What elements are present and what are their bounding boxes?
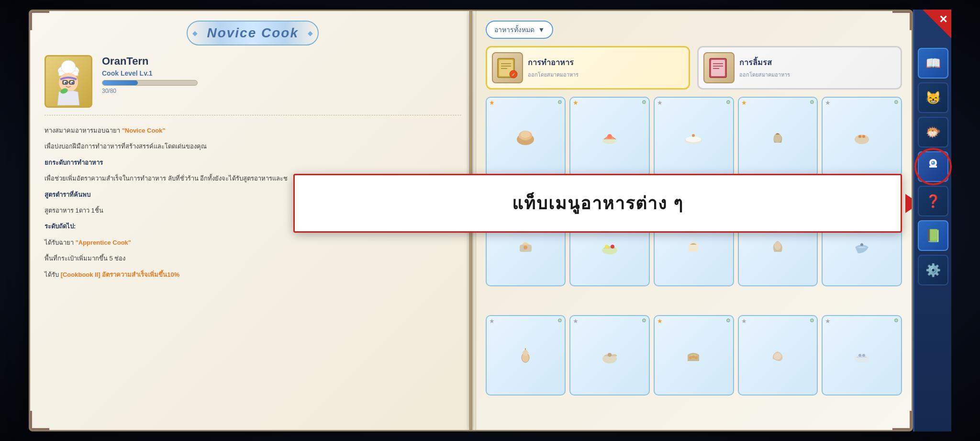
svg-point-50 (774, 353, 781, 360)
gear-icon-2: ⚙ (642, 99, 646, 105)
gear-icon-12: ⚙ (642, 317, 646, 324)
gear-icon-11: ⚙ (557, 317, 562, 324)
sidebar-btn-settings[interactable]: ⚙️ (918, 255, 948, 285)
star-icon-5: ★ (825, 99, 831, 106)
cat-icon: 😸 (925, 90, 941, 105)
settings-icon: ⚙️ (925, 263, 941, 278)
svg-point-47 (689, 356, 692, 359)
sidebar-btn-book[interactable]: 📖 (918, 48, 948, 79)
exp-bar-fill (102, 80, 138, 85)
gear-icon-4: ⚙ (810, 99, 814, 105)
food-item-5[interactable]: ★ ⚙ (822, 97, 902, 177)
category-taste[interactable]: การลิ้มรส ออกโดยสมาคมอาหาร (697, 46, 902, 90)
star-icon-11: ★ (489, 317, 495, 325)
svg-point-58 (932, 162, 933, 163)
category-taste-name: การลิ้มรส (739, 57, 790, 68)
svg-point-30 (686, 136, 701, 142)
svg-point-7 (71, 82, 73, 84)
svg-point-31 (692, 134, 695, 137)
svg-point-48 (692, 355, 695, 358)
ornament-br (892, 411, 912, 430)
ornament-tr (892, 11, 912, 30)
food-item-4[interactable]: ★ ⚙ (738, 97, 818, 177)
svg-point-41 (774, 241, 781, 250)
food-item-13[interactable]: ★ ⚙ (654, 315, 734, 396)
avatar (45, 55, 92, 108)
filter-label: อาหารทั้งหมด (494, 24, 535, 35)
food-grid: ★ ⚙ ★ ⚙ ★ ⚙ ★ ⚙ (486, 97, 902, 420)
star-icon-1: ★ (489, 99, 495, 106)
gear-icon-5: ⚙ (894, 99, 899, 105)
character-section: OranTern Cook Level Lv.1 30/80 (45, 55, 461, 115)
sidebar: ✕ 📖 😸 🐡 (913, 10, 951, 431)
sidebar-btn-fish[interactable]: 🐡 (918, 117, 948, 147)
svg-point-26 (521, 131, 530, 138)
food-item-14[interactable]: ★ ⚙ (738, 315, 818, 396)
intro-text: ทางสมาคมอาหารมอบฉายา "Novice Cook" (45, 125, 461, 136)
star-icon-15: ★ (825, 317, 831, 325)
svg-rect-20 (711, 60, 725, 76)
svg-point-28 (607, 134, 612, 139)
food-item-11[interactable]: ★ ⚙ (486, 315, 566, 396)
svg-point-2 (61, 60, 76, 74)
category-taste-info: การลิ้มรส ออกโดยสมาคมอาหาร (739, 57, 790, 79)
category-cooking-name: การทำอาหาร (528, 57, 579, 68)
svg-point-42 (860, 243, 863, 246)
star-icon-12: ★ (573, 317, 579, 325)
gear-icon-14: ⚙ (810, 317, 814, 324)
svg-point-37 (523, 246, 527, 249)
food-item-3[interactable]: ★ ⚙ (654, 97, 734, 177)
cook-level-label: Cook Level Lv.1 (102, 69, 461, 77)
right-page: อาหารทั้งหมด ▼ ✓ (476, 11, 912, 430)
sidebar-btn-quest[interactable]: ❓ (918, 186, 948, 216)
categories-row: ✓ การทำอาหาร ออกโดยสมาคมอาหาร (486, 46, 902, 90)
tooltip-overlay: แท็บเมนูอาหารต่าง ๆ (293, 174, 902, 233)
gear-icon-1: ⚙ (557, 99, 562, 105)
svg-rect-55 (929, 166, 937, 168)
upgrade-title: ยกระดับการทำอาหาร (45, 157, 461, 168)
description-section: ทางสมาคมอาหารมอบฉายา "Novice Cook" เพื่อ… (45, 125, 461, 416)
svg-point-39 (605, 245, 609, 249)
svg-point-6 (65, 82, 67, 84)
exp-bar-container (102, 80, 198, 86)
ornament-bl (30, 411, 49, 430)
book-icon: 📖 (925, 56, 941, 71)
character-name: OranTern (102, 55, 461, 68)
svg-text:✓: ✓ (512, 72, 515, 77)
benefit1: พื้นที่กระเป๋าเพิ่มมากขึ้น 5 ช่อง (45, 253, 461, 264)
svg-point-49 (695, 356, 698, 359)
tooltip-arrow (905, 194, 913, 213)
sidebar-btn-recipes[interactable]: 📗 (918, 220, 948, 251)
svg-point-35 (862, 135, 865, 138)
cooking-book-icon: ✓ (492, 52, 523, 83)
close-button[interactable]: ✕ (923, 10, 951, 38)
sidebar-btn-cook-wrapper (918, 151, 948, 182)
food-item-15[interactable]: ★ ⚙ (822, 315, 902, 396)
svg-point-53 (862, 354, 865, 357)
tooltip-text: แท็บเมนูอาหารต่าง ๆ (512, 190, 683, 217)
filter-dropdown[interactable]: อาหารทั้งหมด ▼ (486, 21, 554, 39)
sidebar-btn-cook[interactable] (918, 151, 948, 182)
page-title: Novice Cook (207, 25, 299, 40)
title-banner: Novice Cook (45, 21, 461, 45)
svg-point-40 (611, 245, 614, 249)
benefit2: ได้รับ [Cookbook II] อัตราความสำเร็จเพิ่… (45, 269, 461, 280)
star-icon-3: ★ (657, 99, 663, 106)
taste-book-icon (703, 52, 735, 83)
gear-icon-13: ⚙ (726, 317, 731, 324)
exp-text: 30/80 (102, 88, 461, 94)
star-icon-4: ★ (741, 99, 747, 106)
food-item-1[interactable]: ★ ⚙ (486, 97, 566, 177)
intro-text2: เพื่อบ่งบอกฝีมือการทำอาหารที่สร้างสรรค์แ… (45, 141, 461, 152)
fish-icon: 🐡 (925, 125, 941, 140)
gear-icon-15: ⚙ (894, 317, 899, 324)
category-cooking[interactable]: ✓ การทำอาหาร ออกโดยสมาคมอาหาร (486, 46, 690, 90)
filter-arrow: ▼ (538, 26, 545, 34)
star-icon-14: ★ (741, 317, 747, 325)
category-taste-sub: ออกโดยสมาคมอาหาร (739, 70, 790, 79)
food-item-12[interactable]: ★ ⚙ (569, 315, 650, 396)
svg-point-46 (608, 353, 612, 357)
food-item-2[interactable]: ★ ⚙ (569, 97, 650, 177)
sidebar-btn-cat[interactable]: 😸 (918, 82, 948, 113)
ornament-tl (30, 11, 49, 30)
